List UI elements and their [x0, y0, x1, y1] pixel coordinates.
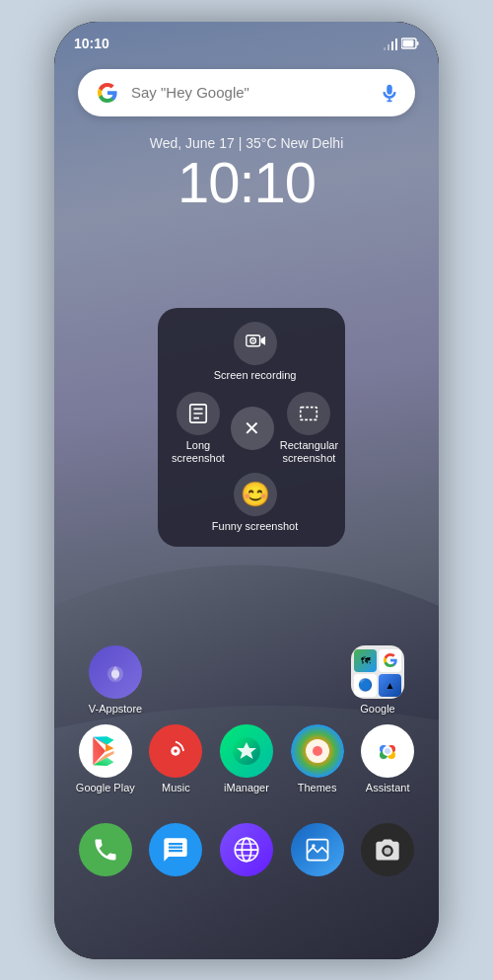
app-google-folder[interactable]: 🗺 🔵 ▲ Google [344, 645, 411, 715]
app-gallery[interactable] [284, 823, 351, 876]
svg-rect-15 [301, 407, 317, 419]
mic-icon[interactable] [380, 83, 399, 103]
camera-icon [361, 823, 414, 876]
popup-close[interactable]: ✕ [231, 407, 274, 450]
app-google-play[interactable]: Google Play [72, 724, 139, 793]
svg-marker-3 [384, 47, 386, 50]
svg-rect-5 [403, 39, 414, 46]
svg-point-25 [313, 746, 322, 756]
music-label: Music [162, 782, 190, 793]
app-v-appstore[interactable]: V-Appstore [82, 645, 149, 715]
svg-marker-2 [387, 44, 389, 50]
status-time: 10:10 [74, 36, 109, 51]
date-display: Wed, June 17 | 35°C New Delhi [54, 135, 439, 151]
rect-screenshot-icon [287, 392, 330, 435]
app-music[interactable]: Music [142, 724, 209, 793]
google-play-icon [79, 724, 132, 778]
imanager-label: iManager [224, 782, 269, 793]
signal-icon [384, 37, 397, 50]
screen: 10:10 [54, 22, 439, 959]
svg-marker-1 [391, 41, 393, 50]
status-icons [384, 37, 419, 50]
funny-screenshot-label: Funny screenshot [212, 520, 298, 533]
svg-rect-6 [417, 41, 419, 45]
time-display: 10:10 [54, 151, 439, 214]
long-screenshot-label: Long screenshot [172, 439, 225, 465]
google-play-label: Google Play [76, 782, 135, 793]
battery-icon [401, 38, 419, 49]
app-themes[interactable]: Themes [284, 724, 351, 793]
rect-screenshot-label: Rectangular screenshot [280, 439, 338, 465]
app-row-2: Google Play Music [54, 724, 439, 793]
svg-point-17 [111, 670, 119, 678]
svg-point-20 [175, 749, 178, 753]
popup-funny-screenshot[interactable]: 😊 Funny screenshot [172, 473, 338, 533]
screenshot-popup: Screen recording Long screenshot ✕ [158, 308, 345, 548]
music-icon [149, 724, 202, 778]
search-bar[interactable]: Say "Hey Google" [78, 69, 415, 116]
app-messages[interactable] [142, 823, 209, 876]
imanager-icon [220, 724, 273, 778]
assistant-label: Assistant [366, 782, 410, 793]
messages-icon [149, 823, 202, 876]
app-phone[interactable] [72, 823, 139, 876]
google-logo [94, 79, 121, 107]
google-folder-label: Google [360, 703, 394, 715]
app-camera[interactable] [354, 823, 421, 876]
svg-point-40 [385, 847, 391, 854]
phone-frame: 10:10 [54, 22, 439, 959]
v-appstore-icon [89, 645, 142, 699]
phone-icon [79, 823, 132, 876]
assistant-icon [361, 724, 414, 778]
app-browser[interactable] [213, 823, 280, 876]
v-appstore-label: V-Appstore [89, 703, 142, 715]
close-icon[interactable]: ✕ [231, 407, 274, 450]
app-assistant[interactable]: Assistant [354, 724, 421, 793]
svg-point-32 [385, 748, 390, 754]
funny-screenshot-icon: 😊 [234, 473, 277, 516]
search-placeholder: Say "Hey Google" [131, 84, 370, 101]
datetime-widget: Wed, June 17 | 35°C New Delhi 10:10 [54, 135, 439, 214]
app-row-1: V-Appstore 🗺 � [54, 645, 439, 715]
svg-rect-7 [387, 85, 392, 93]
browser-icon [220, 823, 273, 876]
popup-long-screenshot[interactable]: Long screenshot [172, 392, 225, 465]
themes-label: Themes [298, 782, 337, 793]
popup-rect-screenshot[interactable]: Rectangular screenshot [280, 392, 338, 465]
status-bar: 10:10 [54, 22, 439, 57]
app-row-3 [54, 823, 439, 876]
popup-screen-recording[interactable]: Screen recording [172, 322, 338, 382]
themes-icon [291, 724, 344, 778]
svg-marker-11 [260, 336, 265, 344]
google-folder-icon: 🗺 🔵 ▲ [351, 645, 404, 699]
screen-recording-icon [234, 322, 277, 365]
svg-marker-0 [395, 38, 397, 50]
svg-point-13 [251, 339, 253, 341]
app-imanager[interactable]: iManager [213, 724, 280, 793]
screen-recording-label: Screen recording [214, 369, 297, 382]
gallery-icon [291, 823, 344, 876]
long-screenshot-icon [176, 392, 220, 435]
